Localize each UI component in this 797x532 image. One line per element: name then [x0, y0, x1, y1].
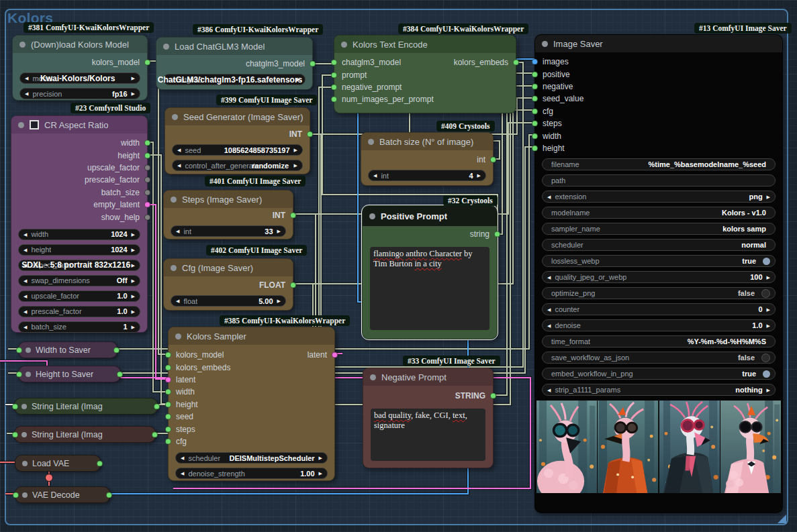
node-header[interactable]: Batch size (N° of image) — [361, 133, 493, 150]
node-width-to-saver[interactable]: Width to Saver — [18, 341, 118, 358]
decrement-arrow-icon[interactable]: ◀ — [547, 307, 551, 312]
increment-arrow-icon[interactable]: ▶ — [767, 307, 770, 312]
output-slot-string[interactable]: string — [363, 228, 497, 240]
decrement-arrow-icon[interactable]: ◀ — [25, 76, 28, 81]
int-number-widget[interactable]: ◀int4▶ — [368, 170, 486, 181]
increment-arrow-icon[interactable]: ▶ — [132, 263, 135, 268]
output-slot-batch-size[interactable]: batch_size — [11, 187, 147, 199]
scheduler-combo-widget[interactable]: ◀schedulerDEISMultistepScheduler▶ — [175, 452, 328, 464]
node-height-to-saver[interactable]: Height to Saver — [18, 366, 121, 382]
increment-arrow-icon[interactable]: ▶ — [132, 278, 135, 283]
output-dot[interactable] — [144, 177, 150, 183]
aspect-ratio-combo-widget[interactable]: ◀ aspect_ratio SDXL - 5:8 portrait 832x1… — [18, 260, 140, 271]
input-slot-prompt[interactable]: prompt — [334, 68, 516, 81]
input-slot-steps[interactable]: steps — [535, 117, 782, 129]
precision-combo-widget[interactable]: ◀ precision fp16 ▶ — [19, 88, 140, 99]
strip-a1111-params-combo-widget[interactable]: ◀strip_a1111_paramsnothing▶ — [542, 384, 776, 396]
output-dot[interactable] — [513, 60, 519, 66]
input-dot[interactable] — [165, 364, 171, 370]
input-dot[interactable] — [16, 371, 22, 377]
decrement-arrow-icon[interactable]: ◀ — [24, 309, 27, 314]
node-load-vae[interactable]: Load VAE — [15, 455, 101, 472]
increment-arrow-icon[interactable]: ▶ — [277, 229, 281, 233]
scheduler-text-widget[interactable]: schedulernormal — [542, 239, 776, 251]
output-dot[interactable] — [144, 164, 150, 170]
input-dot[interactable] — [13, 492, 19, 498]
increment-arrow-icon[interactable]: ▶ — [132, 325, 135, 329]
collapse-box-icon[interactable] — [30, 120, 39, 129]
node-batch-size[interactable]: Batch size (N° of image) int ◀int4▶ — [361, 132, 494, 186]
increment-arrow-icon[interactable]: ▶ — [132, 294, 135, 299]
input-dot[interactable] — [16, 347, 22, 353]
lossless-webp-toggle-widget[interactable]: lossless_webptrue — [542, 255, 776, 267]
batch-size-number-widget[interactable]: ◀batch_size1▶ — [18, 321, 140, 333]
input-dot[interactable] — [12, 403, 18, 409]
output-slot-width[interactable]: width — [11, 137, 147, 149]
input-slot-height[interactable]: height — [169, 398, 334, 411]
int-number-widget[interactable]: ◀int33▶ — [171, 225, 286, 237]
input-slot-images[interactable]: images — [535, 56, 782, 68]
node-cr-aspect-ratio[interactable]: CR Aspect Ratio width height upscale_fac… — [11, 115, 148, 333]
node-header[interactable]: Load ChatGLM3 Model — [156, 38, 312, 55]
input-dot[interactable] — [532, 121, 538, 127]
output-slot-prescale-factor[interactable]: prescale_factor — [11, 174, 147, 186]
node-download-kolors-model[interactable]: (Down)load Kolors Model kolors_model ◀ m… — [12, 35, 148, 101]
input-slot-kolors-model[interactable]: kolors_model — [169, 349, 252, 361]
output-dot[interactable] — [117, 371, 123, 377]
negative-prompt-textarea[interactable]: bad quality, fake, CGI, text, signature — [371, 409, 485, 461]
toggle-off-dot[interactable] — [761, 289, 770, 298]
decrement-arrow-icon[interactable]: ◀ — [24, 278, 27, 283]
node-string-literal-negative[interactable]: String Literal (Imag — [14, 426, 156, 443]
node-header[interactable]: CR Aspect Ratio — [11, 116, 147, 134]
counter-number-widget[interactable]: ◀counter0▶ — [542, 303, 776, 315]
input-dot[interactable] — [331, 84, 337, 90]
output-slot-int[interactable]: INT — [164, 209, 293, 221]
decrement-arrow-icon[interactable]: ◀ — [181, 471, 184, 476]
sampler-name-text-widget[interactable]: sampler_namekolors samp — [542, 223, 776, 235]
seed-number-widget[interactable]: ◀seed1085624858735197▶ — [172, 144, 303, 156]
input-slot-steps[interactable]: steps — [169, 423, 334, 435]
output-dot[interactable] — [290, 282, 296, 288]
output-dot[interactable] — [332, 352, 338, 358]
decrement-arrow-icon[interactable]: ◀ — [176, 299, 179, 303]
node-header[interactable]: Negative Prompt — [363, 368, 493, 386]
node-header[interactable]: Steps (Image Saver) — [164, 191, 293, 208]
input-dot[interactable] — [165, 376, 171, 382]
height-number-widget[interactable]: ◀height1024▶ — [18, 244, 140, 256]
output-dot[interactable] — [307, 131, 313, 138]
input-dot[interactable] — [165, 389, 171, 395]
node-vae-decode[interactable]: VAE Decode — [15, 486, 110, 503]
node-negative-prompt[interactable]: Negative Prompt STRING bad quality, fake… — [363, 368, 494, 468]
output-dot[interactable] — [106, 492, 112, 498]
input-dot[interactable] — [331, 60, 337, 66]
decrement-arrow-icon[interactable]: ◀ — [24, 325, 27, 329]
node-header[interactable]: Kolors Sampler — [169, 327, 334, 345]
increment-arrow-icon[interactable]: ▶ — [319, 471, 322, 476]
output-slot-kolors-model[interactable]: kolors_model — [13, 56, 147, 68]
decrement-arrow-icon[interactable]: ◀ — [25, 91, 28, 96]
time-format-text-widget[interactable]: time_format%Y-%m-%d-%H%M%S — [542, 335, 776, 348]
node-image-saver[interactable]: Image Saver images positive negative see… — [534, 34, 783, 513]
output-dot[interactable] — [113, 347, 120, 353]
output-slot-empty-latent[interactable]: empty_latent — [11, 199, 147, 211]
node-load-chatglm3-model[interactable]: Load ChatGLM3 Model chatglm3_model chatg… — [156, 37, 313, 90]
node-kolors-text-encode[interactable]: Kolors Text Encode chatglm3_model kolors… — [334, 35, 516, 113]
input-slot-seed-value[interactable]: seed_value — [535, 93, 782, 105]
node-header[interactable]: Image Saver — [535, 35, 782, 52]
output-dot[interactable] — [144, 60, 150, 66]
modelname-text-widget[interactable]: modelnameKolors - v1.0 — [542, 207, 776, 219]
input-dot[interactable] — [532, 133, 538, 139]
node-cfg[interactable]: Cfg (Image Saver) FLOAT ◀float5.00▶ — [163, 258, 293, 311]
input-slot-latent[interactable]: latent — [169, 374, 334, 386]
input-dot[interactable] — [532, 71, 538, 77]
output-dot[interactable] — [310, 61, 316, 67]
node-steps[interactable]: Steps (Image Saver) INT ◀int33▶ — [163, 190, 293, 240]
output-dot[interactable] — [144, 152, 150, 158]
input-slot-width[interactable]: width — [169, 386, 334, 398]
node-positive-prompt[interactable]: Positive Prompt string flamingo anthro C… — [362, 205, 498, 339]
swap-dimensions-combo-widget[interactable]: ◀swap_dimensionsOff▶ — [18, 275, 140, 286]
toggle-on-dot[interactable] — [763, 258, 770, 265]
output-dot[interactable] — [97, 460, 103, 466]
increment-arrow-icon[interactable]: ▶ — [477, 173, 481, 178]
input-slot-cfg[interactable]: cfg — [169, 435, 334, 447]
